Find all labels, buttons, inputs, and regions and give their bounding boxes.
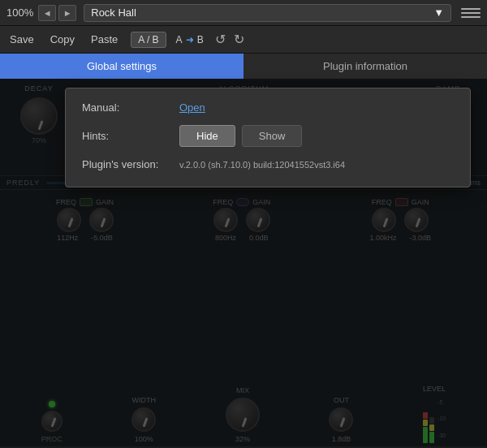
hint-buttons-group: Hide Show	[179, 125, 302, 147]
eq-section: FREQ GAIN 112Hz -5.0dB FREQ GAI	[0, 193, 487, 247]
proc-col: PROC	[41, 401, 62, 443]
preset-name: Rock Hall	[91, 6, 136, 19]
gain-knob-1[interactable]	[89, 208, 114, 232]
save-button[interactable]: Save	[6, 32, 37, 47]
hints-show-button[interactable]: Show	[242, 125, 303, 147]
width-knob[interactable]	[131, 407, 156, 432]
manual-row: Manual: Open	[82, 101, 454, 114]
freq-label-1: FREQ	[56, 198, 76, 206]
decay-knob[interactable]	[20, 97, 58, 135]
menu-button[interactable]	[461, 5, 481, 21]
mix-knob[interactable]	[226, 398, 260, 432]
manual-open-link[interactable]: Open	[179, 101, 205, 114]
meter-label-2: -10	[437, 416, 446, 421]
plugin-body: DECAY 70% ALGORITHM medium hall ▲ ▼ ◄ ► …	[0, 80, 487, 446]
out-knob[interactable]	[329, 407, 353, 432]
freq-val-1: 112Hz	[57, 234, 78, 242]
freq-val-3: 1.00kHz	[369, 234, 396, 242]
level-meter: -5 -10 -30	[423, 394, 446, 443]
freq-type-1	[80, 198, 93, 206]
hamburger-line	[461, 16, 481, 18]
eq-band-3: FREQ GAIN 1.00kHz -3.0dB	[369, 198, 431, 242]
info-panel: Manual: Open Hints: Hide Show Plugin's v…	[65, 88, 471, 187]
gain-knob-2[interactable]	[246, 208, 270, 232]
freq-type-3	[395, 198, 408, 206]
width-value: 100%	[135, 435, 153, 443]
hamburger-line	[461, 12, 481, 14]
decay-label: DECAY	[24, 84, 53, 93]
mix-label: MIX	[236, 386, 249, 394]
gain-val-2: 0.0dB	[249, 234, 269, 242]
ab-arrow-icon: ➜	[186, 34, 194, 45]
nav-forward-button[interactable]: ►	[58, 5, 76, 21]
undo-redo-group: ↺ ↻	[213, 32, 246, 47]
hints-label: Hints:	[82, 130, 179, 142]
proc-led	[49, 401, 55, 407]
freq-val-2: 800Hz	[215, 234, 236, 242]
gain-label-h2: GAIN	[252, 198, 270, 206]
mix-col: MIX 32%	[226, 386, 260, 443]
freq-knob-2[interactable]	[213, 208, 238, 232]
out-col: OUT 1.8dB	[329, 396, 353, 443]
zoom-level: 100%	[6, 6, 33, 19]
meter-scale: -5 -10 -30	[437, 394, 446, 443]
gain-val-3: -3.0dB	[409, 234, 431, 242]
width-label: WIDTH	[132, 396, 157, 404]
ab-arrow-indicator: A ➜ B	[176, 34, 204, 45]
freq-type-2	[236, 198, 249, 206]
predly-label: PREDLY	[6, 179, 40, 187]
mix-value: 32%	[235, 435, 250, 443]
out-value: 1.8dB	[332, 435, 351, 443]
level-col: LEVEL -5 -10 -30	[423, 385, 446, 443]
hamburger-line	[461, 8, 481, 10]
eq-band-1: FREQ GAIN 112Hz -5.0dB	[56, 198, 114, 242]
preset-dropdown[interactable]: Rock Hall ▼	[84, 4, 451, 22]
proc-label: PROC	[41, 435, 62, 443]
gain-knob-3[interactable]	[404, 208, 429, 232]
gain-label-h1: GAIN	[96, 198, 114, 206]
level-label: LEVEL	[423, 385, 446, 393]
meter-bar-left	[423, 394, 428, 443]
tab-global-settings[interactable]: Global settings	[0, 54, 244, 79]
paste-button[interactable]: Paste	[88, 32, 121, 47]
action-bar: Save Copy Paste A / B A ➜ B ↺ ↻	[0, 26, 487, 54]
proc-knob[interactable]	[41, 411, 62, 432]
meter-bar-right	[429, 394, 434, 443]
freq-knob-1[interactable]	[57, 208, 81, 232]
width-col: WIDTH 100%	[131, 396, 156, 443]
hints-hide-button[interactable]: Hide	[179, 125, 235, 147]
tab-bar: Global settings Plugin information	[0, 54, 487, 80]
version-row: Plugin's version: v.2.0.0 (sh.7.10.0) bu…	[82, 158, 454, 170]
hints-row: Hints: Hide Show	[82, 125, 454, 147]
ab-toggle-button[interactable]: A / B	[131, 32, 166, 48]
version-label: Plugin's version:	[82, 158, 179, 170]
redo-button[interactable]: ↻	[232, 32, 246, 47]
out-label: OUT	[334, 396, 349, 404]
freq-label-3: FREQ	[372, 198, 392, 206]
freq-label-2: FREQ	[213, 198, 233, 206]
freq-knob-3[interactable]	[372, 208, 396, 232]
version-value: v.2.0.0 (sh.7.10.0) build:12041552vst3.i…	[179, 160, 345, 170]
dropdown-arrow-icon: ▼	[433, 6, 444, 19]
meter-label-1: -5	[437, 399, 446, 405]
manual-label: Manual:	[82, 101, 179, 114]
meter-label-3: -30	[437, 433, 446, 438]
eq-band-2: FREQ GAIN 800Hz 0.0dB	[213, 198, 270, 242]
gain-label-h3: GAIN	[412, 198, 429, 206]
undo-button[interactable]: ↺	[213, 32, 227, 47]
gain-val-1: -5.0dB	[91, 234, 113, 242]
bottom-controls: PROC WIDTH 100% MIX 32% OUT 1.8dB	[0, 381, 487, 446]
tab-plugin-information[interactable]: Plugin information	[244, 54, 487, 79]
nav-back-button[interactable]: ◄	[38, 5, 56, 21]
ab-b-label: B	[197, 34, 204, 45]
top-bar: 100% ◄ ► Rock Hall ▼	[0, 0, 487, 26]
ab-a-label: A	[176, 34, 183, 45]
copy-button[interactable]: Copy	[47, 32, 78, 47]
